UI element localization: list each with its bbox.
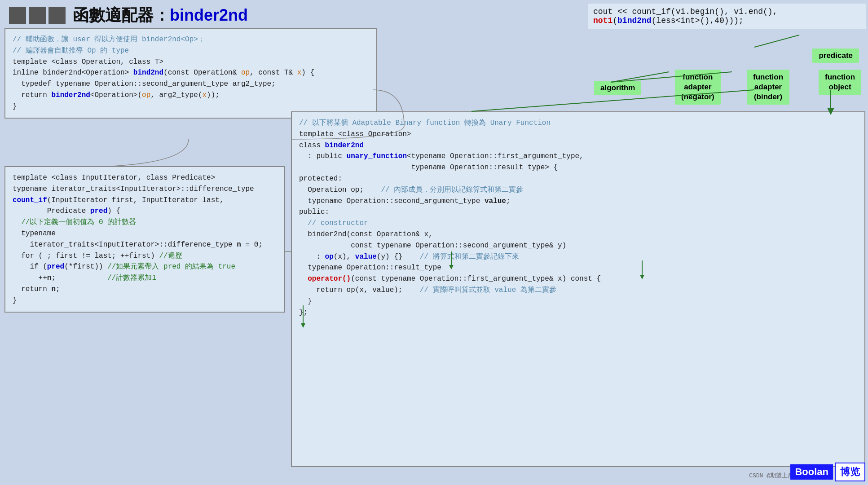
tl-line5: typedef typename Operation::second_argum…: [13, 79, 369, 90]
title-bold: binder2nd: [170, 6, 248, 24]
square-1: [9, 7, 26, 24]
func-adapter-neg-label: functionadapter(negator): [675, 70, 721, 105]
title-label: 函數適配器：: [73, 6, 170, 24]
bottom-left-code-box: template <class InputIterator, class Pre…: [4, 166, 285, 313]
r-line5: typename Operation::result_type> {: [299, 162, 857, 173]
r-line9: public:: [299, 207, 857, 218]
bl-line9: if (pred(*first)) //如果元素帶入 pred 的結果為 tru…: [13, 261, 277, 273]
boolan-chinese: 博览: [835, 463, 865, 481]
bl-line2: typename iterator_traits<InputIterator>:…: [13, 184, 277, 195]
algorithm-label: algorithm: [594, 81, 641, 95]
cout-line1: cout << count_if(vi.begin(), vi.end(),: [593, 7, 861, 16]
r-line8: typename Operation::second_argument_type…: [299, 196, 857, 207]
tl-line7: }: [13, 101, 369, 112]
predicate-label: predicate: [812, 48, 859, 63]
r-line10: // constructor: [299, 218, 857, 229]
bl-line3: count_if(InputIterator first, InputItera…: [13, 195, 277, 206]
top-left-code-box: // 輔助函數，讓 user 得以方便使用 binder2nd<Op>； // …: [4, 28, 377, 119]
bl-line5: //以下定義一個初值為 0 的計數器: [13, 217, 277, 228]
r-line17: }: [299, 296, 857, 307]
r-line16: return op(x, value); // 實際呼叫算式並取 value 為…: [299, 285, 857, 296]
r-line3: class binder2nd: [299, 140, 857, 151]
tl-line3: template <class Operation, class T>: [13, 57, 369, 68]
tl-line4: inline binder2nd<Operation> bind2nd(cons…: [13, 67, 369, 79]
func-object-label: functionobject: [819, 70, 861, 95]
r-line7: Operation op; // 內部成員，分別用以記錄算式和第二實參: [299, 185, 857, 196]
page-title: 函數適配器：binder2nd: [73, 4, 248, 26]
r-line18: };: [299, 307, 857, 318]
bl-line8: for ( ; first != last; ++first) //遍歷: [13, 251, 277, 262]
r-line15: operator()(const typename Operation::fir…: [299, 273, 857, 285]
tl-line6: return binder2nd<Operation>(op, arg2_typ…: [13, 90, 369, 101]
bl-line7: iterator_traits<InputIterator>::differen…: [13, 239, 277, 251]
boolan-badge: Boolan 博览: [790, 463, 865, 481]
tl-line1: // 輔助函數，讓 user 得以方便使用 binder2nd<Op>；: [13, 34, 369, 45]
cout-box: cout << count_if(vi.begin(), vi.end(), n…: [588, 4, 866, 29]
r-line13: : op(x), value(y) {} // 將算式和第二實參記錄下來: [299, 251, 857, 263]
tl-line2: // 編譯器會自動推導 Op 的 type: [13, 45, 369, 57]
boolan-label: Boolan: [790, 464, 833, 480]
bl-line10: ++n; //計數器累加1: [13, 273, 277, 284]
square-3: [48, 7, 66, 24]
square-2: [29, 7, 46, 24]
r-line4: : public unary_function<typename Operati…: [299, 151, 857, 162]
r-line12: const typename Operation::second_argumen…: [299, 240, 857, 251]
bl-line1: template <class InputIterator, class Pre…: [13, 172, 277, 184]
func-adapter-binder-label: functionadapter(binder): [747, 70, 789, 105]
bl-line11: return n;: [13, 284, 277, 295]
title-squares: [9, 7, 66, 24]
bl-line4: Predicate pred) {: [13, 206, 277, 217]
r-line1: // 以下將某個 Adaptable Binary function 轉換為 U…: [299, 118, 857, 129]
r-line14: typename Operation::result_type: [299, 262, 857, 273]
bl-line12: }: [13, 295, 277, 306]
right-code-box: // 以下將某個 Adaptable Binary function 轉換為 U…: [291, 111, 865, 467]
bl-line6: typename: [13, 228, 277, 239]
r-line2: template <class Operation>: [299, 129, 857, 140]
cout-line2: not1(bind2nd(less<int>(),40)));: [593, 16, 861, 25]
r-line11: binder2nd(const Operation& x,: [299, 229, 857, 240]
r-line6: protected:: [299, 173, 857, 185]
